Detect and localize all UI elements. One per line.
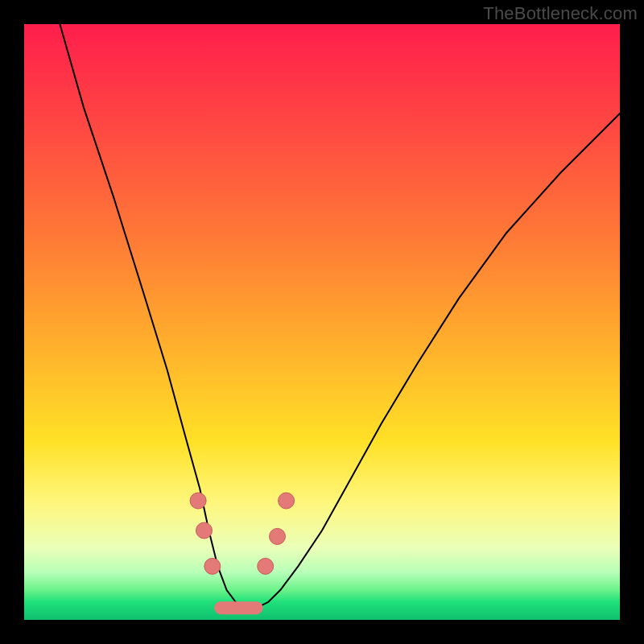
chart-frame: TheBottleneck.com [0, 0, 644, 644]
marker-point [204, 558, 221, 574]
marker-point [279, 493, 295, 509]
curve-svg [24, 24, 620, 620]
marker-point [258, 558, 274, 574]
watermark-text: TheBottleneck.com [483, 3, 638, 24]
plot-area [24, 24, 620, 620]
trough-markers [190, 493, 295, 574]
marker-point [196, 522, 213, 539]
bottleneck-curve [60, 24, 620, 608]
marker-point [270, 528, 286, 544]
marker-point [190, 493, 206, 509]
